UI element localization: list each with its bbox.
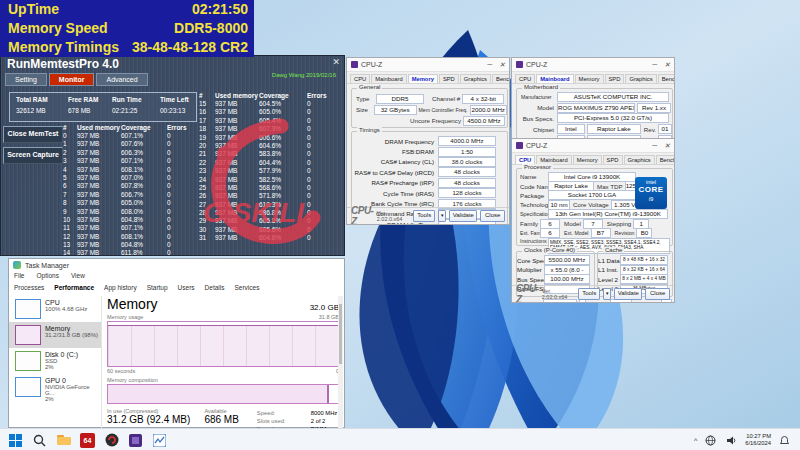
cell: 937 MB — [215, 209, 259, 217]
tab[interactable]: CPU — [350, 74, 370, 83]
tab[interactable]: CPU — [515, 74, 535, 83]
tab[interactable]: Memory — [575, 74, 604, 83]
cell: 937 MB — [215, 150, 259, 158]
memory-timings-row: Memory Timings 38-48-48-128 CR2 — [0, 38, 254, 57]
cell: 13 — [63, 241, 77, 249]
tab[interactable]: Graphics — [624, 155, 655, 164]
close-icon[interactable]: ✕ — [499, 61, 505, 69]
tab[interactable]: SPD — [605, 74, 625, 83]
menu-item[interactable]: Options — [36, 272, 58, 279]
tab[interactable]: Processes — [14, 284, 44, 291]
gskill-taskbar-icon[interactable] — [104, 433, 119, 448]
memtest-taskbar-icon[interactable] — [128, 433, 143, 448]
sidebar-item-memory[interactable]: Memory 31.2/31.8 GB (98%) — [9, 322, 101, 348]
validate-button[interactable]: Validate — [449, 210, 477, 222]
tab[interactable]: Bench — [492, 74, 510, 83]
cell: 5 — [63, 174, 77, 182]
performance-sidebar: CPU 100% 4.68 GHz Memory 31.2/31.8 GB (9… — [9, 296, 102, 428]
cell: 0 — [307, 192, 339, 200]
menu-item[interactable]: View — [71, 272, 85, 279]
start-button[interactable] — [8, 433, 23, 448]
name-label: Name — [520, 173, 548, 180]
cell: 20 — [199, 142, 215, 150]
validate-button[interactable]: Validate — [614, 288, 642, 300]
clock-row: Multiplierx 55.0 (8.0 - 55.0) — [517, 265, 594, 275]
tools-dropdown-icon[interactable]: ▼ — [603, 288, 611, 300]
cpu-graph-thumb — [15, 299, 41, 319]
window-title: CPU-Z — [526, 61, 547, 68]
sidebar-item-gpu[interactable]: GPU 0 NVIDIA GeForce G... 2% — [9, 374, 101, 405]
tab[interactable]: Bench — [658, 74, 675, 83]
total-memory: 32.0 GB — [310, 303, 339, 312]
cell: Bus Speed — [517, 276, 544, 283]
memtest-row: 1937 MB607.6%0 — [63, 140, 195, 148]
volume-icon[interactable] — [724, 433, 739, 448]
search-icon[interactable] — [32, 433, 47, 448]
cell: 0 — [167, 149, 194, 157]
tab[interactable]: App history — [104, 284, 137, 291]
chipset-brand: Intel — [557, 124, 585, 134]
menu-item[interactable]: File — [14, 272, 24, 279]
clock[interactable]: 10:27 PM 6/16/2024 — [745, 433, 771, 447]
tab[interactable]: Startup — [147, 284, 168, 291]
tab[interactable]: Mainboard — [371, 74, 406, 83]
cpuz-taskbar-icon[interactable]: 64 — [80, 433, 95, 448]
tab[interactable]: SPD — [439, 74, 459, 83]
minimize-icon[interactable]: ─ — [652, 61, 657, 69]
cell: 23 — [199, 167, 215, 175]
usage-max: 31.8 GB — [319, 314, 339, 320]
tab[interactable]: Advanced — [96, 73, 147, 86]
tools-dropdown-icon[interactable]: ▼ — [438, 210, 446, 222]
tab[interactable]: Graphics — [460, 74, 491, 83]
tab[interactable]: Memory — [573, 155, 602, 164]
close-icon[interactable]: ✕ — [664, 142, 670, 150]
cell: 937 MB — [215, 234, 259, 242]
tab[interactable]: Mainboard — [536, 155, 571, 164]
cpuz-logo: CPU-Z — [351, 205, 374, 225]
minimize-icon[interactable]: ─ — [652, 142, 657, 150]
tab[interactable]: Services — [234, 284, 259, 291]
file-explorer-icon[interactable] — [56, 433, 71, 448]
tab[interactable]: Mainboard — [536, 74, 573, 83]
cell: 606.3% — [121, 149, 167, 157]
memtest-tab-bar: SettingMonitorAdvanced — [5, 73, 148, 86]
tab-bar: CPUMainboardMemorySPDGraphicsBenchAbout — [512, 72, 674, 84]
tab[interactable]: Graphics — [625, 74, 656, 83]
close-button[interactable]: Close — [480, 210, 505, 222]
close-icon[interactable]: ✕ — [332, 57, 340, 67]
cell: 5500.00 MHz — [544, 255, 590, 265]
tab[interactable]: Users — [178, 284, 195, 291]
mcfreq-value: 2000.0 MHz — [470, 105, 507, 115]
tab[interactable]: SPD — [603, 155, 623, 164]
close-button[interactable]: Close — [645, 288, 670, 300]
close-memtest-button[interactable]: Close MemTest — [3, 126, 63, 143]
scrollbar[interactable] — [338, 296, 343, 428]
tools-button[interactable]: Tools — [578, 288, 599, 300]
tools-button[interactable]: Tools — [413, 210, 434, 222]
sidebar-item-cpu[interactable]: CPU 100% 4.68 GHz — [9, 296, 101, 322]
tab[interactable]: Memory — [408, 74, 438, 83]
cell: 17 — [199, 117, 215, 125]
notifications-bell-icon[interactable] — [777, 433, 792, 448]
channel-value: 4 x 32-bit — [462, 94, 504, 104]
model-label: Model — [564, 220, 581, 227]
close-icon[interactable]: ✕ — [664, 61, 670, 69]
sidebar-item-disk[interactable]: Disk 0 (C:) SSD 2% — [9, 348, 101, 374]
memtest-row: 3937 MB607.1%0 — [63, 157, 195, 165]
tab[interactable]: Performance — [54, 284, 94, 291]
screen-capture-button[interactable]: Screen Capture — [3, 147, 63, 164]
uncore-label: Uncore Frequency — [410, 117, 461, 124]
minimize-icon[interactable]: ─ — [487, 61, 492, 69]
tab[interactable]: Setting — [5, 73, 47, 86]
tab[interactable]: Bench — [656, 155, 675, 164]
network-icon[interactable] — [703, 433, 718, 448]
tab[interactable]: Details — [205, 284, 225, 291]
corevoltage-label: Core Voltage — [573, 201, 609, 208]
memory-speed-label: Memory Speed — [8, 19, 108, 38]
memory-panel: Memory 32.0 GB Memory usage 31.8 GB 60 s… — [107, 296, 339, 428]
tray-chevron-icon[interactable]: ^ — [694, 437, 697, 444]
tab[interactable]: Monitor — [49, 73, 95, 86]
timing-row: RAS# to CAS# Delay (tRCD)48 clocks — [352, 167, 507, 177]
task-manager-taskbar-icon[interactable] — [152, 433, 167, 448]
tab[interactable]: CPU — [515, 155, 535, 164]
